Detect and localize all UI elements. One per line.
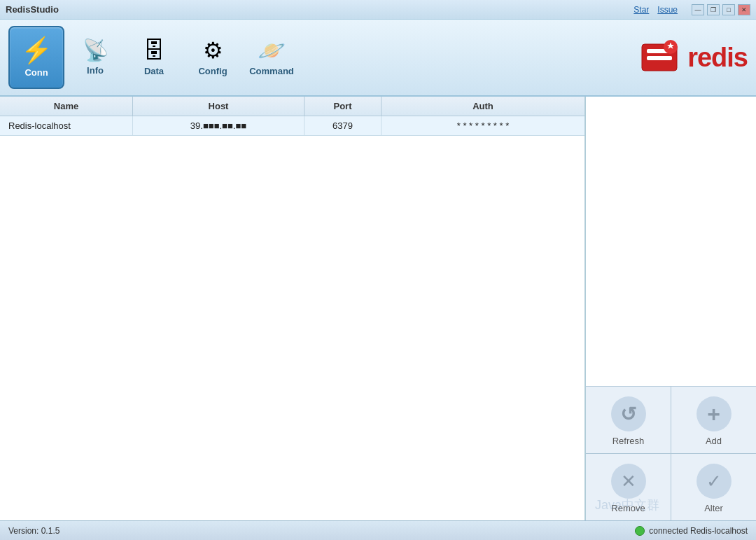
remove-button[interactable]: ✕ Remove — [586, 454, 671, 520]
window-controls: — ❐ □ ✕ — [692, 4, 750, 15]
connection-status: connected Redis-localhost — [635, 526, 748, 536]
conn-icon: ⚡ — [21, 38, 52, 63]
connection-text: connected Redis-localhost — [649, 526, 748, 536]
right-top-area — [586, 97, 756, 387]
cell-port: 6379 — [304, 116, 382, 135]
refresh-icon: ↺ — [611, 396, 646, 431]
star-link[interactable]: Star — [634, 5, 649, 15]
btn-row-bottom: ✕ Remove ✓ Alter — [586, 454, 756, 520]
table-area: Name Host Port Auth Redis-localhost 39.■… — [0, 97, 585, 520]
cell-name: Redis-localhost — [0, 116, 133, 135]
col-header-host: Host — [133, 97, 304, 116]
maximize-button[interactable]: □ — [722, 4, 735, 15]
col-header-port: Port — [304, 97, 382, 116]
info-icon: 📡 — [83, 40, 108, 61]
remove-icon: ✕ — [611, 464, 646, 499]
tool-command[interactable]: 🪐 Command — [244, 26, 300, 89]
command-icon: 🪐 — [258, 39, 286, 62]
main-area: Name Host Port Auth Redis-localhost 39.■… — [0, 97, 756, 520]
version-text: Version: 0.1.5 — [8, 526, 59, 536]
refresh-label: Refresh — [612, 436, 645, 446]
alter-icon: ✓ — [696, 464, 732, 499]
alter-button[interactable]: ✓ Alter — [671, 454, 756, 520]
col-header-auth: Auth — [382, 97, 584, 116]
add-icon: + — [696, 396, 732, 431]
title-bar-right: Star Issue — ❐ □ ✕ — [634, 4, 750, 15]
connection-dot — [635, 526, 645, 536]
config-label: Config — [198, 66, 227, 76]
redis-logo-text: redis — [687, 43, 748, 73]
toolbar: ⚡ Conn 📡 Info 🗄 Data ⚙ Config 🪐 Command … — [0, 20, 756, 97]
add-label: Add — [706, 436, 722, 446]
data-icon: 🗄 — [143, 39, 165, 62]
restore-button[interactable]: ❐ — [707, 4, 720, 15]
data-label: Data — [144, 66, 164, 76]
command-label: Command — [249, 66, 294, 76]
svg-rect-3 — [647, 56, 672, 60]
close-button[interactable]: ✕ — [738, 4, 750, 15]
alter-label: Alter — [704, 503, 723, 513]
config-icon: ⚙ — [203, 39, 223, 62]
issue-link[interactable]: Issue — [657, 5, 678, 15]
redis-logo: redis — [638, 39, 748, 77]
action-buttons: ↺ Refresh + Add ✕ Remove ✓ Alter — [586, 387, 756, 520]
col-header-name: Name — [0, 97, 133, 116]
table-header: Name Host Port Auth — [0, 97, 584, 116]
tool-conn[interactable]: ⚡ Conn — [8, 26, 64, 89]
title-bar: RedisStudio Star Issue — ❐ □ ✕ — [0, 0, 756, 20]
remove-label: Remove — [611, 503, 645, 513]
tool-info[interactable]: 📡 Info — [67, 26, 123, 89]
right-panel: ↺ Refresh + Add ✕ Remove ✓ Alter — [585, 97, 756, 520]
redis-logo-svg — [638, 39, 680, 77]
tool-data[interactable]: 🗄 Data — [126, 26, 182, 89]
cell-host: 39.■■■.■■.■■ — [133, 116, 304, 135]
refresh-button[interactable]: ↺ Refresh — [586, 387, 671, 453]
table-row[interactable]: Redis-localhost 39.■■■.■■.■■ 6379 * * * … — [0, 116, 584, 136]
tool-config[interactable]: ⚙ Config — [185, 26, 241, 89]
info-label: Info — [87, 65, 104, 76]
minimize-button[interactable]: — — [692, 4, 704, 15]
app-title-text: RedisStudio — [6, 4, 59, 15]
app-title: RedisStudio — [6, 4, 59, 15]
add-button[interactable]: + Add — [671, 387, 756, 453]
status-bar: Version: 0.1.5 connected Redis-localhost — [0, 520, 756, 540]
cell-auth: * * * * * * * * * — [382, 116, 584, 135]
btn-row-top: ↺ Refresh + Add — [586, 387, 756, 454]
conn-label: Conn — [24, 67, 48, 78]
